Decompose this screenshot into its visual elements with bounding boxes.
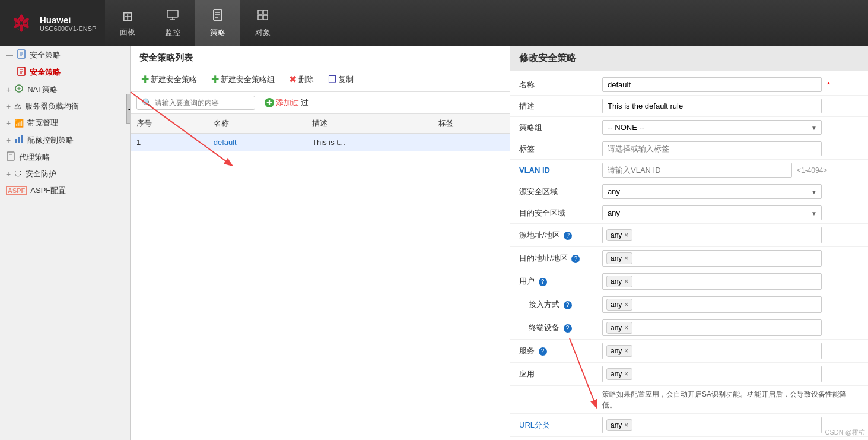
add-filter-button[interactable]: ✚ 添加过 过	[260, 96, 313, 110]
policy-toolbar: ✚ 新建安全策略 ✚ 新建安全策略组 ✖ 删除 ❐ 复制	[131, 67, 510, 92]
svg-rect-27	[15, 139, 17, 143]
terminal-remove-icon[interactable]: ×	[624, 324, 628, 332]
dst-addr-tag-any: any ×	[606, 252, 632, 264]
nat-icon	[14, 84, 24, 95]
sidebar-item-server-lb[interactable]: + ⚖ 服务器负载均衡	[0, 98, 130, 115]
name-input[interactable]	[602, 77, 822, 92]
huawei-logo	[9, 12, 34, 34]
access-label: 接入方式 ?	[519, 299, 602, 310]
form-row-tag: 标签	[510, 138, 868, 160]
nav-monitor[interactable]: 监控	[150, 0, 195, 46]
sidebar-item-aspf[interactable]: ASPF ASPF配置	[0, 182, 130, 199]
sidebar-collapse[interactable]: ◀	[126, 94, 131, 124]
sidebar-item-quota[interactable]: + 配额控制策略	[0, 131, 130, 148]
policy-group-select[interactable]: -- NONE --	[602, 120, 822, 135]
svg-point-1	[20, 14, 23, 22]
monitor-svg	[166, 8, 179, 21]
cell-desc: This is t...	[306, 134, 433, 151]
access-help-icon[interactable]: ?	[564, 301, 572, 309]
copy-button[interactable]: ❐ 复制	[323, 72, 358, 87]
terminal-tags[interactable]: any ×	[602, 319, 822, 336]
terminal-value: any ×	[602, 319, 859, 336]
src-addr-remove-icon[interactable]: ×	[624, 231, 628, 239]
sidebar-item-bandwidth[interactable]: + 📶 带宽管理	[0, 115, 130, 131]
dst-addr-tags[interactable]: any ×	[602, 250, 822, 267]
svg-rect-16	[258, 15, 262, 20]
csdn-watermark: CSDN @橙柿	[825, 428, 865, 437]
desc-input[interactable]	[602, 99, 822, 113]
src-addr-value: any ×	[602, 227, 859, 243]
user-help-icon[interactable]: ?	[539, 278, 547, 286]
col-tag: 标签	[433, 114, 510, 134]
new-policy-icon: ✚	[141, 74, 149, 85]
search-icon: 🔍	[142, 98, 152, 107]
nav-policy[interactable]: 策略	[195, 0, 240, 46]
app-value: any ×	[602, 366, 859, 382]
sidebar-aspf-label: ASPF配置	[30, 185, 66, 196]
url-tags[interactable]: any ×	[602, 417, 822, 433]
dst-addr-value: any ×	[602, 250, 859, 267]
cell-tag	[433, 134, 510, 151]
sidebar-item-security-policy-sub[interactable]: 安全策略	[0, 64, 130, 81]
sidebar-item-nat[interactable]: + NAT策略	[0, 81, 130, 98]
dst-zone-select-wrapper: any	[602, 205, 822, 220]
form-row-url: URL分类 any ×	[510, 414, 868, 437]
sidebar-item-proxy[interactable]: 代理策略	[0, 148, 130, 166]
policy-group-select-wrapper: -- NONE --	[602, 120, 822, 135]
src-addr-label: 源地址/地区 ?	[519, 230, 602, 240]
form-row-app: 应用 any ×	[510, 363, 868, 386]
service-label: 服务 ?	[519, 346, 602, 356]
src-zone-value: any	[602, 184, 859, 199]
col-desc: 描述	[306, 114, 433, 134]
sidebar-proxy-label: 代理策略	[19, 152, 50, 163]
brand-name: Huawei	[40, 15, 96, 25]
sub-policy-icon	[17, 67, 26, 78]
new-policy-button[interactable]: ✚ 新建安全策略	[136, 72, 202, 87]
access-remove-icon[interactable]: ×	[624, 300, 628, 309]
sidebar-item-security-policy-top[interactable]: — 安全策略	[0, 46, 130, 64]
src-zone-select[interactable]: any	[602, 184, 822, 199]
table-row[interactable]: 1 default This is t...	[131, 134, 510, 151]
add-filter-extra: 过	[301, 97, 309, 108]
access-tags[interactable]: any ×	[602, 296, 822, 313]
user-tags[interactable]: any ×	[602, 273, 822, 290]
policy-name-link[interactable]: default	[214, 138, 237, 147]
delete-button[interactable]: ✖ 删除	[284, 72, 319, 87]
dst-addr-remove-icon[interactable]: ×	[624, 254, 628, 262]
name-label: 名称	[519, 80, 602, 90]
service-tags[interactable]: any ×	[602, 343, 822, 359]
dst-zone-select[interactable]: any	[602, 205, 822, 220]
service-help-icon[interactable]: ?	[539, 347, 547, 356]
policy-table: 序号 名称 描述 标签 1 default This is t...	[131, 114, 510, 440]
terminal-help-icon[interactable]: ?	[564, 324, 572, 333]
new-group-label: 新建安全策略组	[221, 74, 275, 85]
access-tag-any: any ×	[606, 299, 632, 311]
nav-dashboard[interactable]: ⊞ 面板	[105, 0, 150, 46]
nav-object[interactable]: 对象	[240, 0, 285, 46]
app-remove-icon[interactable]: ×	[624, 370, 628, 378]
new-group-button[interactable]: ✚ 新建安全策略组	[206, 72, 279, 87]
model-name: USG6000V1-ENSP	[40, 25, 96, 32]
src-addr-help-icon[interactable]: ?	[564, 232, 572, 240]
nav-monitor-label: 监控	[165, 27, 180, 38]
src-addr-tags[interactable]: any ×	[602, 227, 822, 243]
search-input[interactable]	[155, 99, 244, 107]
sidebar-item-defense[interactable]: + 🛡 安全防护	[0, 166, 130, 182]
defense-icon: 🛡	[14, 170, 22, 179]
app-tags[interactable]: any ×	[602, 366, 822, 382]
tag-input[interactable]	[602, 141, 822, 156]
tag-label: 标签	[519, 144, 602, 154]
col-name: 名称	[208, 114, 306, 134]
dst-addr-help-icon[interactable]: ?	[571, 255, 580, 263]
app-tag-any: any ×	[606, 368, 632, 380]
form-row-time: 时间段 any	[510, 437, 868, 440]
service-remove-icon[interactable]: ×	[624, 347, 628, 355]
vlan-input[interactable]	[602, 163, 792, 178]
user-remove-icon[interactable]: ×	[624, 277, 628, 286]
src-addr-tag-any: any ×	[606, 229, 632, 241]
search-bar[interactable]: 🔍	[136, 96, 255, 110]
url-remove-icon[interactable]: ×	[624, 421, 628, 429]
svg-rect-30	[7, 152, 14, 160]
aspf-icon: ASPF	[6, 186, 27, 195]
desc-value	[602, 99, 859, 113]
